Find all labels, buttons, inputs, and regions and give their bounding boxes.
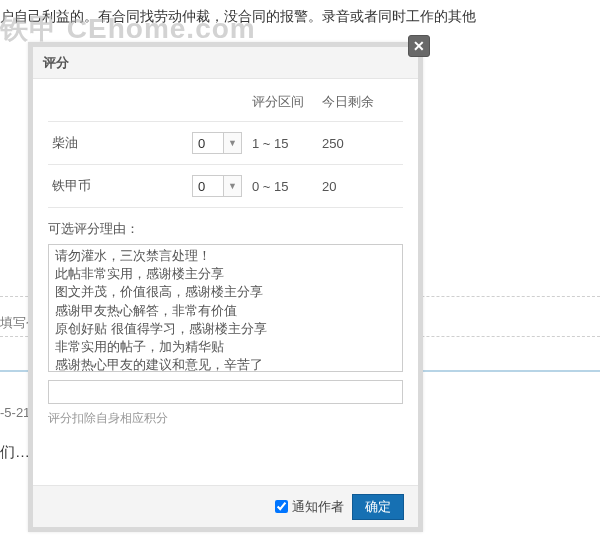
notify-author-wrap[interactable]: 通知作者 — [275, 498, 344, 516]
value-input[interactable] — [193, 176, 223, 196]
row-range: 1 ~ 15 — [248, 122, 318, 165]
row-label: 铁甲币 — [48, 165, 188, 208]
modal-footer: 通知作者 确定 — [33, 485, 418, 527]
modal-header: 评分 ✕ — [33, 47, 418, 79]
confirm-button[interactable]: 确定 — [352, 494, 404, 520]
value-selector[interactable]: ▼ — [192, 175, 242, 197]
rating-table: 评分区间 今日剩余 柴油 ▼ 1 ~ 15 250 — [48, 87, 403, 208]
reason-option[interactable]: 请勿灌水，三次禁言处理！ — [55, 247, 396, 265]
chevron-down-icon[interactable]: ▼ — [223, 133, 241, 153]
reason-option[interactable]: 原创好贴 很值得学习，感谢楼主分享 — [55, 320, 396, 338]
modal-body: 评分区间 今日剩余 柴油 ▼ 1 ~ 15 250 — [33, 79, 418, 439]
notify-author-label: 通知作者 — [292, 498, 344, 516]
row-remain: 20 — [318, 165, 403, 208]
row-label: 柴油 — [48, 122, 188, 165]
reason-list[interactable]: 请勿灌水，三次禁言处理！ 此帖非常实用，感谢楼主分享 图文并茂，价值很高，感谢楼… — [48, 244, 403, 372]
reason-option[interactable]: 非常实用的帖子，加为精华贴 — [55, 338, 396, 356]
chevron-down-icon[interactable]: ▼ — [223, 176, 241, 196]
deduct-note: 评分扣除自身相应积分 — [48, 410, 403, 427]
table-row: 柴油 ▼ 1 ~ 15 250 — [48, 122, 403, 165]
col-header-value — [188, 87, 248, 122]
col-header-range: 评分区间 — [248, 87, 318, 122]
table-row: 铁甲币 ▼ 0 ~ 15 20 — [48, 165, 403, 208]
reason-option[interactable]: 此帖非常实用，感谢楼主分享 — [55, 265, 396, 283]
col-header-name — [48, 87, 188, 122]
close-button[interactable]: ✕ — [408, 35, 430, 57]
close-icon: ✕ — [413, 38, 425, 54]
value-input[interactable] — [193, 133, 223, 153]
col-header-remain: 今日剩余 — [318, 87, 403, 122]
rating-modal: 评分 ✕ 评分区间 今日剩余 柴油 ▼ — [28, 42, 423, 532]
row-range: 0 ~ 15 — [248, 165, 318, 208]
reason-label: 可选评分理由： — [48, 220, 403, 238]
custom-reason-input[interactable] — [48, 380, 403, 404]
reason-option[interactable]: 感谢甲友热心解答，非常有价值 — [55, 302, 396, 320]
site-watermark: 铁甲 CEhome.com — [0, 10, 256, 48]
value-selector[interactable]: ▼ — [192, 132, 242, 154]
reason-option[interactable]: 图文并茂，价值很高，感谢楼主分享 — [55, 283, 396, 301]
notify-author-checkbox[interactable] — [275, 500, 288, 513]
reason-option[interactable]: 感谢热心甲友的建议和意见，辛苦了 — [55, 356, 396, 372]
modal-title: 评分 — [43, 54, 69, 72]
row-remain: 250 — [318, 122, 403, 165]
